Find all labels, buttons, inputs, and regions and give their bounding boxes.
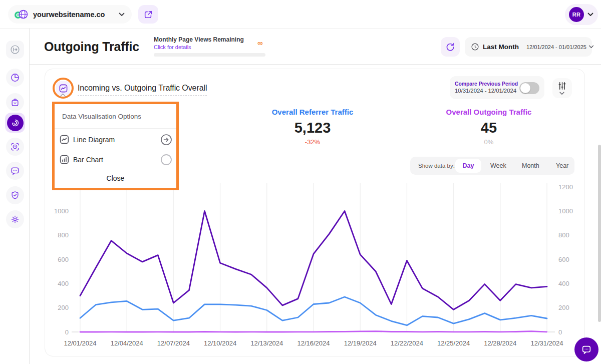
- chat-bubble-icon: [581, 344, 592, 355]
- svg-text:1000: 1000: [558, 207, 573, 215]
- compare-toggle[interactable]: [519, 82, 539, 94]
- svg-text:0: 0: [558, 328, 562, 336]
- card-title: Incoming vs. Outgoing Traffic Overall: [78, 84, 207, 96]
- svg-text:12/10/2024: 12/10/2024: [204, 339, 236, 347]
- svg-text:0: 0: [65, 328, 69, 336]
- arrow-right-circle-icon: [160, 134, 172, 146]
- svg-text:800: 800: [58, 231, 69, 239]
- open-site-button[interactable]: [138, 5, 158, 24]
- show-data-by-label: Show data by:: [418, 163, 455, 169]
- sidebar-item-sessions[interactable]: [6, 138, 24, 156]
- sidebar-item-traffic-active: [7, 115, 24, 131]
- svg-text:12/22/2024: 12/22/2024: [391, 339, 423, 347]
- popup-divider: [55, 128, 176, 129]
- line-chart-icon: [59, 84, 68, 93]
- svg-text:12/04/2024: 12/04/2024: [111, 339, 143, 347]
- tab-month[interactable]: Month: [522, 162, 539, 169]
- popup-option-label: Bar Chart: [73, 156, 103, 164]
- svg-text:400: 400: [558, 280, 569, 287]
- sidebar-item-orders[interactable]: [6, 93, 24, 111]
- popup-option-label: Line Diagram: [73, 136, 115, 144]
- stat-outgoing-value: 45: [439, 120, 539, 136]
- sidebar-item-analytics[interactable]: [6, 69, 24, 87]
- refresh-icon: [445, 42, 455, 52]
- stat-outgoing-delta: 0%: [439, 138, 539, 146]
- svg-text:1000: 1000: [54, 207, 69, 215]
- monthly-pageviews-progressbar: [154, 53, 265, 57]
- shield-check-icon: [10, 190, 20, 200]
- stat-outgoing: Overall Outgoing Traffic 45 0%: [439, 108, 539, 146]
- popup-option-line-diagram[interactable]: Line Diagram: [55, 134, 176, 146]
- svg-text:600: 600: [558, 256, 569, 263]
- svg-text:12/31/2024: 12/31/2024: [530, 339, 563, 347]
- popup-option-bar-chart[interactable]: Bar Chart: [55, 154, 176, 166]
- shopping-bag-icon: [10, 97, 20, 107]
- chevron-down-icon: [559, 92, 565, 95]
- svg-text:1200: 1200: [558, 183, 573, 191]
- page-title: Outgoing Traffic: [44, 40, 139, 54]
- popup-close-button[interactable]: Close: [55, 174, 176, 182]
- svg-text:200: 200: [558, 304, 569, 311]
- website-name: yourwebsitename.co: [33, 11, 105, 19]
- tab-week[interactable]: Week: [490, 162, 506, 169]
- chevron-down-icon: [588, 45, 594, 49]
- svg-text:12/19/2024: 12/19/2024: [344, 339, 377, 347]
- chevron-down-icon: [119, 13, 125, 17]
- caret-up-icon: [60, 93, 66, 97]
- sidebar-item-feedback[interactable]: [6, 162, 24, 180]
- monthly-pageviews-label: Monthly Page Views Remaining: [154, 36, 244, 43]
- refresh-button[interactable]: [441, 37, 460, 57]
- radio-unselected-icon: [160, 154, 172, 166]
- sidebar-item-settings[interactable]: [6, 210, 24, 228]
- show-data-by-bar: Show data by: Day Week Month Year: [410, 157, 574, 175]
- radar-icon: [11, 118, 20, 128]
- svg-text:12/25/2024: 12/25/2024: [437, 339, 470, 347]
- compare-label: Compare Previous Period: [455, 81, 518, 87]
- user-menu[interactable]: RR: [565, 4, 598, 25]
- svg-text:12/16/2024: 12/16/2024: [297, 339, 330, 347]
- infinity-value: ∞: [257, 39, 263, 47]
- data-visualisation-popup: Data Visualisation Options Line Diagram …: [52, 102, 179, 190]
- gear-icon: [10, 214, 20, 224]
- sidebar-item-traffic[interactable]: [5, 113, 25, 133]
- chart-settings-button[interactable]: [552, 78, 572, 98]
- toggle-knob: [520, 83, 530, 93]
- stat-outgoing-label: Overall Outgoing Traffic: [439, 108, 539, 116]
- avatar: RR: [569, 7, 584, 22]
- page: yourwebsitename.co RR: [0, 0, 601, 364]
- compare-previous-period: Compare Previous Period 10/31/2024 - 12/…: [450, 76, 544, 99]
- svg-text:200: 200: [58, 304, 69, 311]
- date-range-selector[interactable]: Last Month 12/01/2024 - 01/01/2025: [465, 37, 592, 57]
- monthly-pageviews-link[interactable]: Click for details: [154, 44, 191, 50]
- pie-chart-icon: [10, 73, 20, 83]
- line-chart-icon: [59, 134, 70, 145]
- period-label: Last Month: [483, 43, 519, 51]
- popup-title: Data Visualisation Options: [62, 113, 141, 120]
- stat-referrer: Overall Referrer Traffic 5,123 -32%: [262, 108, 363, 146]
- tab-year[interactable]: Year: [556, 162, 568, 169]
- focus-lens-icon: [10, 142, 20, 152]
- clock-icon: [471, 43, 479, 51]
- sliders-icon: [557, 81, 567, 91]
- collapse-arrow-icon: [10, 44, 21, 55]
- stat-referrer-value: 5,123: [262, 120, 363, 136]
- svg-text:400: 400: [58, 280, 69, 287]
- traffic-line-chart: 0200400600800100002004006008001000120012…: [48, 180, 578, 348]
- sidebar-collapse-button[interactable]: [6, 41, 24, 59]
- chat-bubble-icon: [10, 166, 20, 176]
- chevron-down-icon: [587, 13, 593, 17]
- website-selector[interactable]: yourwebsitename.co: [8, 5, 132, 24]
- sidebar-item-security[interactable]: [6, 186, 24, 204]
- svg-text:12/01/2024: 12/01/2024: [64, 339, 96, 347]
- tab-day[interactable]: Day: [455, 159, 481, 173]
- period-range: 12/01/2024 - 01/01/2025: [526, 44, 586, 50]
- website-globe-icon: [14, 9, 29, 21]
- svg-text:800: 800: [558, 231, 569, 239]
- scrollbar-thumb[interactable]: [598, 145, 601, 322]
- svg-text:600: 600: [58, 256, 69, 263]
- support-chat-button[interactable]: [574, 337, 598, 361]
- sidebar: [0, 29, 30, 364]
- bar-chart-icon: [59, 154, 70, 165]
- top-bar: yourwebsitename.co RR: [0, 0, 601, 29]
- stat-referrer-label: Overall Referrer Traffic: [262, 108, 363, 116]
